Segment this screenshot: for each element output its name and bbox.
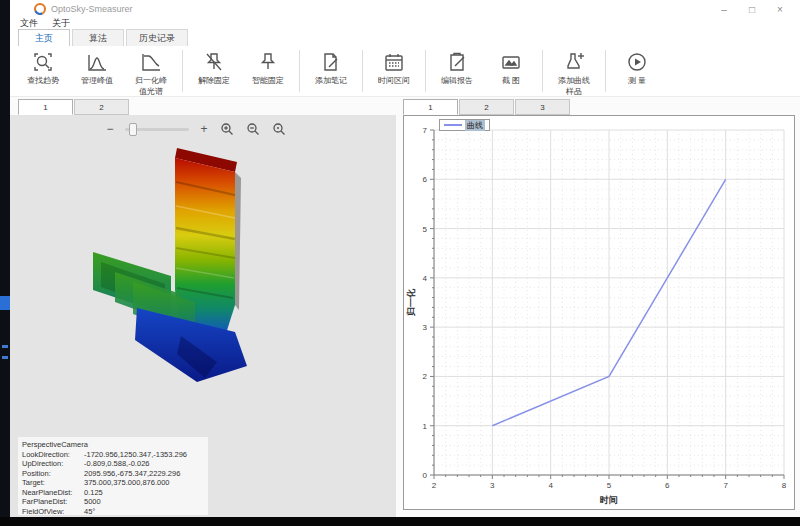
right-chart-panel: 1 2 3 曲线 234567801234567时间归一化 bbox=[403, 97, 797, 517]
svg-text:时间: 时间 bbox=[600, 495, 618, 505]
chart-legend[interactable]: 曲线 bbox=[439, 119, 490, 131]
svg-text:1: 1 bbox=[423, 422, 428, 431]
maximize-button[interactable]: □ bbox=[738, 0, 766, 18]
add-curve-sample-button[interactable]: 添加曲线 样品 bbox=[547, 46, 601, 96]
toolbar: 查找趋势 管理峰值 归一化峰 值光谱 解除固定 bbox=[10, 46, 800, 97]
time-interval-button[interactable]: 时间区间 bbox=[367, 46, 421, 96]
tab-algorithm[interactable]: 算法 bbox=[72, 29, 124, 46]
ribbon-tab-strip: 主页 算法 历史记录 bbox=[10, 29, 800, 46]
svg-text:归一化: 归一化 bbox=[406, 288, 416, 317]
tab-home[interactable]: 主页 bbox=[18, 29, 70, 46]
left-tab-2[interactable]: 2 bbox=[74, 99, 129, 115]
zoom-in-icon[interactable] bbox=[219, 121, 235, 137]
left-tab-1[interactable]: 1 bbox=[18, 99, 73, 115]
svg-text:4: 4 bbox=[548, 481, 553, 490]
chart-plot-area: 234567801234567时间归一化 bbox=[404, 116, 794, 509]
camera-info-title: PerspectiveCamera bbox=[22, 440, 204, 450]
legend-series-label: 曲线 bbox=[465, 120, 485, 131]
window-title: OptoSky-Smeasurer bbox=[51, 4, 133, 14]
toolbar-separator bbox=[605, 50, 606, 92]
report-pencil-icon bbox=[445, 50, 469, 74]
screenshot-button[interactable]: 截 图 bbox=[484, 46, 538, 96]
pin-icon bbox=[256, 50, 280, 74]
zoom-plus-button[interactable]: + bbox=[199, 122, 209, 136]
titlebar: OptoSky-Smeasurer – □ × bbox=[10, 0, 800, 18]
background-bottom-strip bbox=[0, 517, 800, 526]
right-tab-2[interactable]: 2 bbox=[459, 99, 514, 115]
normalize-curve-icon bbox=[139, 50, 163, 74]
tab-history[interactable]: 历史记录 bbox=[126, 29, 188, 46]
edit-report-button[interactable]: 编辑报告 bbox=[430, 46, 484, 96]
left-panel-tabs: 1 2 bbox=[18, 99, 130, 115]
close-button[interactable]: × bbox=[766, 0, 794, 18]
add-note-button[interactable]: 添加笔记 bbox=[304, 46, 358, 96]
toolbar-separator bbox=[425, 50, 426, 92]
menubar: 文件 关于 bbox=[10, 18, 800, 29]
legend-line-swatch bbox=[444, 124, 462, 126]
app-window: OptoSky-Smeasurer – □ × 文件 关于 主页 算法 历史记录… bbox=[10, 0, 800, 517]
svg-text:4: 4 bbox=[423, 274, 428, 283]
zoom-toolbar: − + bbox=[105, 120, 315, 138]
toolbar-separator bbox=[299, 50, 300, 92]
background-blue-text-fragment bbox=[2, 356, 8, 359]
svg-text:8: 8 bbox=[782, 481, 787, 490]
add-sample-flask-icon bbox=[562, 50, 586, 74]
svg-text:5: 5 bbox=[607, 481, 612, 490]
camera-info-box: PerspectiveCamera LookDirection:-1720.95… bbox=[18, 437, 208, 515]
smart-pin-button[interactable]: 智能固定 bbox=[241, 46, 295, 96]
svg-text:2: 2 bbox=[432, 481, 437, 490]
note-pencil-icon bbox=[319, 50, 343, 74]
svg-text:5: 5 bbox=[423, 225, 428, 234]
normalize-peak-spectrum-button[interactable]: 归一化峰 值光谱 bbox=[124, 46, 178, 96]
svg-text:3: 3 bbox=[423, 323, 428, 332]
svg-text:6: 6 bbox=[665, 481, 670, 490]
svg-text:3: 3 bbox=[490, 481, 495, 490]
background-blue-block bbox=[0, 296, 10, 310]
manage-peaks-button[interactable]: 管理峰值 bbox=[70, 46, 124, 96]
toolbar-separator bbox=[362, 50, 363, 92]
svg-text:6: 6 bbox=[423, 175, 428, 184]
zoom-slider-thumb[interactable] bbox=[129, 123, 137, 136]
zoom-fit-icon[interactable] bbox=[271, 121, 287, 137]
zoom-minus-button[interactable]: − bbox=[105, 122, 115, 136]
3d-spectrum-waterfall bbox=[85, 140, 305, 390]
right-tab-3[interactable]: 3 bbox=[515, 99, 570, 115]
search-trend-icon bbox=[31, 50, 55, 74]
find-trend-button[interactable]: 查找趋势 bbox=[16, 46, 70, 96]
unpin-icon bbox=[202, 50, 226, 74]
background-window-strip bbox=[0, 0, 10, 526]
left-3d-panel: 1 2 − + bbox=[10, 97, 396, 517]
3d-viewport[interactable]: − + bbox=[10, 115, 396, 517]
calendar-icon bbox=[382, 50, 406, 74]
svg-text:7: 7 bbox=[723, 481, 728, 490]
svg-text:2: 2 bbox=[423, 372, 428, 381]
toolbar-separator bbox=[182, 50, 183, 92]
app-icon bbox=[34, 3, 46, 15]
content-area: 1 2 − + bbox=[10, 97, 800, 517]
right-panel-tabs: 1 2 3 bbox=[403, 99, 571, 115]
background-blue-text-fragment bbox=[2, 345, 8, 348]
measure-button[interactable]: 测 量 bbox=[610, 46, 664, 96]
svg-text:7: 7 bbox=[423, 126, 428, 135]
zoom-out-icon[interactable] bbox=[245, 121, 261, 137]
peak-curve-icon bbox=[85, 50, 109, 74]
unpin-button[interactable]: 解除固定 bbox=[187, 46, 241, 96]
zoom-slider[interactable] bbox=[125, 128, 189, 131]
measure-play-icon bbox=[625, 50, 649, 74]
screenshot-image-icon bbox=[499, 50, 523, 74]
right-tab-1[interactable]: 1 bbox=[403, 99, 458, 115]
svg-text:0: 0 bbox=[423, 471, 428, 480]
line-chart[interactable]: 曲线 234567801234567时间归一化 bbox=[403, 115, 795, 510]
minimize-button[interactable]: – bbox=[710, 0, 738, 18]
toolbar-separator bbox=[542, 50, 543, 92]
